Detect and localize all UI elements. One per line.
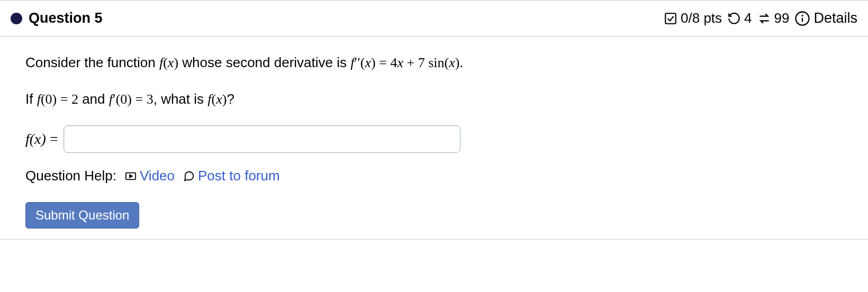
math-fx-x: x: [216, 92, 222, 107]
open-paren: (: [163, 55, 168, 70]
header-left: Question 5: [11, 10, 103, 26]
answer-input[interactable]: [64, 125, 460, 153]
prompt-line-1: Consider the function f(x) whose second …: [25, 52, 843, 73]
question-title: Question 5: [29, 10, 103, 26]
info-icon: [794, 11, 810, 26]
prompt-mid: whose second derivative is: [178, 54, 350, 70]
submit-button[interactable]: Submit Question: [25, 202, 139, 229]
question-body: Consider the function f(x) whose second …: [0, 36, 868, 240]
math-eq: =: [376, 55, 391, 70]
close-paren-4: ): [52, 92, 57, 107]
math-fx-f: f: [207, 92, 211, 107]
points-text: 0/8 pts: [681, 10, 722, 26]
math-plus: +: [403, 55, 418, 70]
open-paren-6: (: [212, 92, 216, 107]
math-f0-f: f: [37, 92, 41, 107]
swap-arrows-icon: [757, 12, 771, 25]
attempts-group: 4: [727, 10, 752, 26]
line2-and: and: [78, 91, 109, 107]
math-eq3: = 3: [132, 92, 153, 107]
ans-equals: =: [46, 131, 58, 147]
help-row: Question Help: Video Post to forum: [25, 168, 843, 184]
video-link[interactable]: Video: [125, 168, 175, 184]
details-group[interactable]: Details: [794, 10, 857, 26]
math-7: 7: [418, 55, 429, 70]
svg-point-2: [802, 15, 803, 15]
attempts-text: 4: [744, 10, 752, 26]
math-fp-f: f: [109, 92, 113, 107]
open-paren-7: (: [30, 131, 34, 147]
answer-label: f(x) =: [25, 131, 58, 148]
svg-rect-0: [665, 13, 676, 24]
prompt-prefix: Consider the function: [25, 54, 159, 70]
math-0-2: 0: [120, 92, 127, 107]
math-0: 0: [46, 92, 52, 107]
line2-q: ?: [227, 91, 234, 107]
open-paren-2: (: [360, 55, 365, 70]
question-container: Question 5 0/8 pts 4: [0, 0, 868, 240]
ans-x: x: [34, 131, 41, 147]
forum-text: Post to forum: [198, 168, 280, 184]
math-eq2: = 2: [57, 92, 78, 107]
checkbox-icon: [664, 12, 677, 25]
video-icon: [125, 170, 137, 182]
forum-link[interactable]: Post to forum: [183, 168, 280, 184]
close-paren: ): [174, 55, 178, 70]
retries-group: 99: [757, 10, 790, 26]
answer-row: f(x) =: [25, 125, 843, 153]
details-link[interactable]: Details: [813, 10, 857, 26]
header-right: 0/8 pts 4 99: [664, 10, 857, 26]
rotate-ccw-icon: [727, 12, 741, 25]
math-x: x: [168, 55, 174, 70]
line2-suffix: , what is: [153, 91, 208, 107]
help-label: Question Help:: [25, 168, 116, 184]
close-paren-5: ): [127, 92, 132, 107]
points-group: 0/8 pts: [664, 10, 722, 26]
open-paren-4: (: [41, 92, 46, 107]
math-4: 4: [390, 55, 397, 70]
speech-icon: [183, 170, 195, 182]
bullet-icon: [11, 13, 22, 24]
line2-prefix: If: [25, 91, 37, 107]
prompt-line-2: If f(0) = 2 and f′(0) = 3, what is f(x)?: [25, 89, 843, 110]
math-pp: ′′: [354, 55, 360, 70]
question-header: Question 5 0/8 pts 4: [0, 1, 868, 36]
ans-f: f: [25, 131, 30, 147]
math-rhs-x: x: [397, 55, 403, 70]
math-x-3: x: [449, 55, 455, 70]
open-paren-3: (: [444, 55, 449, 70]
close-paren-2: ): [371, 55, 376, 70]
retries-text: 99: [774, 10, 790, 26]
math-x-2: x: [365, 55, 372, 70]
prompt-period: .: [459, 54, 463, 70]
close-paren-7: ): [41, 131, 46, 147]
math-sin: sin: [428, 55, 444, 70]
video-text: Video: [140, 168, 175, 184]
